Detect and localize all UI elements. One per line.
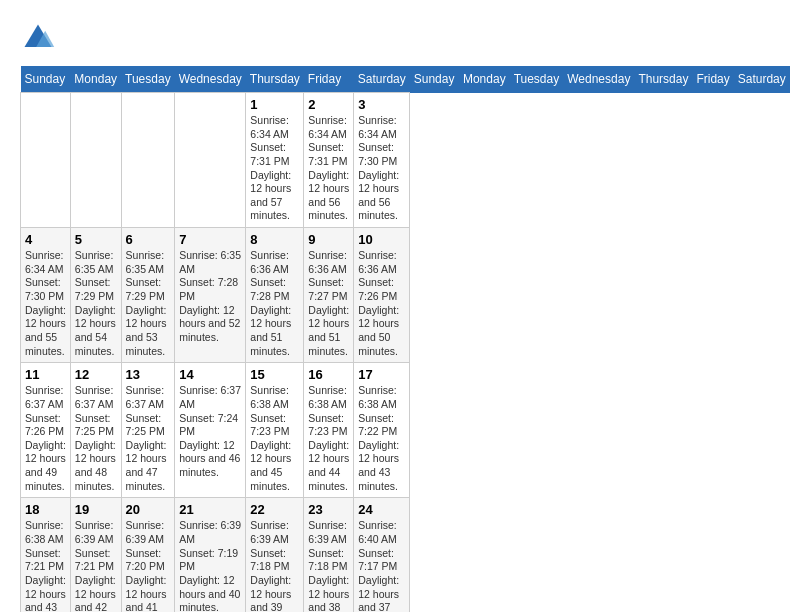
day-info: Sunrise: 6:38 AM Sunset: 7:23 PM Dayligh… bbox=[308, 384, 349, 493]
calendar-cell: 14Sunrise: 6:37 AM Sunset: 7:24 PM Dayli… bbox=[175, 363, 246, 498]
calendar-cell: 17Sunrise: 6:38 AM Sunset: 7:22 PM Dayli… bbox=[354, 363, 410, 498]
day-info: Sunrise: 6:37 AM Sunset: 7:26 PM Dayligh… bbox=[25, 384, 66, 493]
day-number: 1 bbox=[250, 97, 299, 112]
day-number: 19 bbox=[75, 502, 117, 517]
day-info: Sunrise: 6:39 AM Sunset: 7:19 PM Dayligh… bbox=[179, 519, 241, 612]
day-number: 18 bbox=[25, 502, 66, 517]
calendar-cell: 15Sunrise: 6:38 AM Sunset: 7:23 PM Dayli… bbox=[246, 363, 304, 498]
day-info: Sunrise: 6:34 AM Sunset: 7:31 PM Dayligh… bbox=[250, 114, 299, 223]
day-number: 17 bbox=[358, 367, 405, 382]
calendar-cell: 16Sunrise: 6:38 AM Sunset: 7:23 PM Dayli… bbox=[304, 363, 354, 498]
calendar-cell: 13Sunrise: 6:37 AM Sunset: 7:25 PM Dayli… bbox=[121, 363, 175, 498]
calendar-cell: 5Sunrise: 6:35 AM Sunset: 7:29 PM Daylig… bbox=[70, 228, 121, 363]
day-number: 7 bbox=[179, 232, 241, 247]
day-number: 22 bbox=[250, 502, 299, 517]
day-number: 23 bbox=[308, 502, 349, 517]
calendar-cell: 23Sunrise: 6:39 AM Sunset: 7:18 PM Dayli… bbox=[304, 498, 354, 612]
day-info: Sunrise: 6:38 AM Sunset: 7:21 PM Dayligh… bbox=[25, 519, 66, 612]
day-number: 20 bbox=[126, 502, 171, 517]
calendar-week-3: 11Sunrise: 6:37 AM Sunset: 7:26 PM Dayli… bbox=[21, 363, 790, 498]
calendar-cell bbox=[21, 93, 71, 228]
day-number: 2 bbox=[308, 97, 349, 112]
day-info: Sunrise: 6:35 AM Sunset: 7:29 PM Dayligh… bbox=[75, 249, 117, 358]
calendar-cell: 19Sunrise: 6:39 AM Sunset: 7:21 PM Dayli… bbox=[70, 498, 121, 612]
day-header-thursday: Thursday bbox=[246, 66, 304, 93]
calendar-cell: 20Sunrise: 6:39 AM Sunset: 7:20 PM Dayli… bbox=[121, 498, 175, 612]
calendar-cell: 9Sunrise: 6:36 AM Sunset: 7:27 PM Daylig… bbox=[304, 228, 354, 363]
day-info: Sunrise: 6:39 AM Sunset: 7:18 PM Dayligh… bbox=[250, 519, 299, 612]
day-info: Sunrise: 6:36 AM Sunset: 7:27 PM Dayligh… bbox=[308, 249, 349, 358]
day-header-sunday: Sunday bbox=[410, 66, 459, 93]
day-info: Sunrise: 6:38 AM Sunset: 7:22 PM Dayligh… bbox=[358, 384, 405, 493]
day-number: 9 bbox=[308, 232, 349, 247]
day-info: Sunrise: 6:37 AM Sunset: 7:24 PM Dayligh… bbox=[179, 384, 241, 479]
logo-icon bbox=[20, 20, 56, 56]
calendar-cell: 24Sunrise: 6:40 AM Sunset: 7:17 PM Dayli… bbox=[354, 498, 410, 612]
day-number: 4 bbox=[25, 232, 66, 247]
day-number: 8 bbox=[250, 232, 299, 247]
calendar-cell bbox=[175, 93, 246, 228]
page-header bbox=[20, 20, 772, 56]
day-number: 6 bbox=[126, 232, 171, 247]
day-header-monday: Monday bbox=[70, 66, 121, 93]
calendar-cell: 8Sunrise: 6:36 AM Sunset: 7:28 PM Daylig… bbox=[246, 228, 304, 363]
day-info: Sunrise: 6:34 AM Sunset: 7:30 PM Dayligh… bbox=[358, 114, 405, 223]
logo bbox=[20, 20, 62, 56]
day-info: Sunrise: 6:37 AM Sunset: 7:25 PM Dayligh… bbox=[75, 384, 117, 493]
day-number: 12 bbox=[75, 367, 117, 382]
calendar-cell bbox=[70, 93, 121, 228]
calendar-cell: 6Sunrise: 6:35 AM Sunset: 7:29 PM Daylig… bbox=[121, 228, 175, 363]
day-info: Sunrise: 6:38 AM Sunset: 7:23 PM Dayligh… bbox=[250, 384, 299, 493]
day-header-monday: Monday bbox=[459, 66, 510, 93]
day-number: 21 bbox=[179, 502, 241, 517]
day-info: Sunrise: 6:40 AM Sunset: 7:17 PM Dayligh… bbox=[358, 519, 405, 612]
day-header-tuesday: Tuesday bbox=[510, 66, 564, 93]
day-info: Sunrise: 6:39 AM Sunset: 7:18 PM Dayligh… bbox=[308, 519, 349, 612]
calendar-week-4: 18Sunrise: 6:38 AM Sunset: 7:21 PM Dayli… bbox=[21, 498, 790, 612]
calendar-cell bbox=[121, 93, 175, 228]
day-number: 13 bbox=[126, 367, 171, 382]
day-info: Sunrise: 6:34 AM Sunset: 7:31 PM Dayligh… bbox=[308, 114, 349, 223]
day-info: Sunrise: 6:36 AM Sunset: 7:26 PM Dayligh… bbox=[358, 249, 405, 358]
calendar-table: SundayMondayTuesdayWednesdayThursdayFrid… bbox=[20, 66, 790, 612]
day-number: 5 bbox=[75, 232, 117, 247]
calendar-week-1: 1Sunrise: 6:34 AM Sunset: 7:31 PM Daylig… bbox=[21, 93, 790, 228]
day-info: Sunrise: 6:37 AM Sunset: 7:25 PM Dayligh… bbox=[126, 384, 171, 493]
calendar-cell: 18Sunrise: 6:38 AM Sunset: 7:21 PM Dayli… bbox=[21, 498, 71, 612]
day-header-friday: Friday bbox=[304, 66, 354, 93]
day-info: Sunrise: 6:34 AM Sunset: 7:30 PM Dayligh… bbox=[25, 249, 66, 358]
day-number: 15 bbox=[250, 367, 299, 382]
header-row: SundayMondayTuesdayWednesdayThursdayFrid… bbox=[21, 66, 790, 93]
day-number: 24 bbox=[358, 502, 405, 517]
calendar-cell: 2Sunrise: 6:34 AM Sunset: 7:31 PM Daylig… bbox=[304, 93, 354, 228]
calendar-cell: 12Sunrise: 6:37 AM Sunset: 7:25 PM Dayli… bbox=[70, 363, 121, 498]
day-number: 11 bbox=[25, 367, 66, 382]
calendar-cell: 7Sunrise: 6:35 AM Sunset: 7:28 PM Daylig… bbox=[175, 228, 246, 363]
calendar-cell: 22Sunrise: 6:39 AM Sunset: 7:18 PM Dayli… bbox=[246, 498, 304, 612]
day-header-wednesday: Wednesday bbox=[175, 66, 246, 93]
day-info: Sunrise: 6:36 AM Sunset: 7:28 PM Dayligh… bbox=[250, 249, 299, 358]
day-header-friday: Friday bbox=[692, 66, 733, 93]
day-number: 10 bbox=[358, 232, 405, 247]
day-header-saturday: Saturday bbox=[354, 66, 410, 93]
calendar-cell: 11Sunrise: 6:37 AM Sunset: 7:26 PM Dayli… bbox=[21, 363, 71, 498]
calendar-cell: 10Sunrise: 6:36 AM Sunset: 7:26 PM Dayli… bbox=[354, 228, 410, 363]
day-header-saturday: Saturday bbox=[734, 66, 790, 93]
calendar-cell: 3Sunrise: 6:34 AM Sunset: 7:30 PM Daylig… bbox=[354, 93, 410, 228]
day-info: Sunrise: 6:39 AM Sunset: 7:21 PM Dayligh… bbox=[75, 519, 117, 612]
day-number: 14 bbox=[179, 367, 241, 382]
day-header-wednesday: Wednesday bbox=[563, 66, 634, 93]
day-number: 16 bbox=[308, 367, 349, 382]
day-header-thursday: Thursday bbox=[634, 66, 692, 93]
calendar-cell: 1Sunrise: 6:34 AM Sunset: 7:31 PM Daylig… bbox=[246, 93, 304, 228]
day-info: Sunrise: 6:39 AM Sunset: 7:20 PM Dayligh… bbox=[126, 519, 171, 612]
day-info: Sunrise: 6:35 AM Sunset: 7:28 PM Dayligh… bbox=[179, 249, 241, 344]
day-header-sunday: Sunday bbox=[21, 66, 71, 93]
day-info: Sunrise: 6:35 AM Sunset: 7:29 PM Dayligh… bbox=[126, 249, 171, 358]
calendar-cell: 4Sunrise: 6:34 AM Sunset: 7:30 PM Daylig… bbox=[21, 228, 71, 363]
day-header-tuesday: Tuesday bbox=[121, 66, 175, 93]
calendar-week-2: 4Sunrise: 6:34 AM Sunset: 7:30 PM Daylig… bbox=[21, 228, 790, 363]
day-number: 3 bbox=[358, 97, 405, 112]
calendar-cell: 21Sunrise: 6:39 AM Sunset: 7:19 PM Dayli… bbox=[175, 498, 246, 612]
